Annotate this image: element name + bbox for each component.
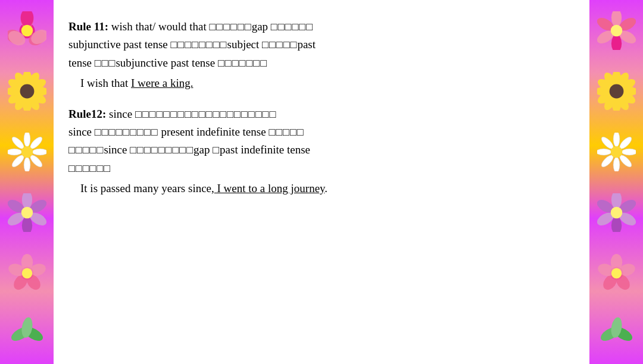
leaf-decoration xyxy=(6,313,48,354)
rule-12-line1: Rule12: since □□□□□□□□□□□□□□□□□□□□ xyxy=(68,105,575,123)
rule-12-gap-prefix: □□□□□ xyxy=(68,144,104,156)
svg-point-89 xyxy=(611,268,621,278)
flower-decoration-2 xyxy=(6,70,48,112)
rule-11-block: Rule 11: wish that/ would that □□□□□□gap… xyxy=(68,18,575,92)
svg-point-71 xyxy=(613,157,620,171)
rule-11-subject: subject xyxy=(227,38,262,51)
flower-decoration-5 xyxy=(6,252,48,294)
svg-point-21 xyxy=(24,133,30,147)
flower-decoration xyxy=(6,10,48,51)
svg-point-50 xyxy=(611,34,621,50)
rule-11-gap4: □□□□□ xyxy=(262,39,297,51)
main-content: Rule 11: wish that/ would that □□□□□□gap… xyxy=(57,12,586,352)
rule-12-title: Rule12: xyxy=(68,108,106,120)
right-flower-border xyxy=(589,0,643,364)
rule-11-line1: Rule 11: wish that/ would that □□□□□□gap… xyxy=(68,18,575,36)
svg-point-23 xyxy=(32,149,46,155)
leaf-right xyxy=(595,313,637,354)
flower-right-5 xyxy=(595,252,637,294)
rule-11-past: past xyxy=(297,38,316,51)
rule-11-gap3: □□□□□□□□ xyxy=(171,39,227,51)
rule-12-gap-middle: □□□□□□□□□ xyxy=(130,144,193,156)
rule-12-since3: since xyxy=(104,143,130,156)
svg-point-79 xyxy=(611,216,621,232)
svg-point-67 xyxy=(613,133,620,147)
rule-12-gap-since: □□□□□□□□□ xyxy=(95,126,158,138)
svg-point-47 xyxy=(611,11,621,27)
rule-11-line3: tense □□□subjunctive past tense □□□□□□□ xyxy=(68,54,575,72)
svg-point-29 xyxy=(21,146,33,158)
flower-right-3 xyxy=(595,131,637,172)
flower-decoration-3 xyxy=(6,131,48,172)
svg-point-30 xyxy=(21,193,32,209)
rule-11-tense: tense xyxy=(68,57,95,69)
rule-11-example-text: I wish that xyxy=(80,77,131,89)
svg-point-75 xyxy=(610,146,622,158)
rule-11-title: Rule 11: xyxy=(68,20,108,33)
svg-point-33 xyxy=(21,216,32,232)
rule-11-gap-label: gap xyxy=(252,20,271,33)
rule-11-subj: subjunctive past tense xyxy=(68,38,171,51)
rule-12-gap-present: □□□□□ xyxy=(269,126,304,138)
rule-11-gap6: □□□□□□□ xyxy=(218,57,267,69)
rule-12-since1: since xyxy=(109,108,135,120)
rule-12-small-gap: □ xyxy=(213,144,220,156)
svg-point-76 xyxy=(611,193,621,209)
flower-right-1 xyxy=(595,10,637,51)
rule-12-example-underline: I went to a long journey xyxy=(214,182,325,194)
svg-point-7 xyxy=(21,24,33,36)
rule-11-line2: subjunctive past tense □□□□□□□□subject □… xyxy=(68,36,575,54)
rule-12-present: present indefinite tense xyxy=(158,125,269,138)
flower-right-4 xyxy=(595,192,637,233)
rule-12-line4: □□□□□□ xyxy=(68,159,575,177)
rule-11-text1: wish that/ would that xyxy=(111,20,210,33)
left-flower-border xyxy=(0,0,54,364)
rule-12-block: Rule12: since □□□□□□□□□□□□□□□□□□□□ since… xyxy=(68,105,575,197)
rule-12-gap-line4: □□□□□□ xyxy=(68,162,111,174)
rule-12-past: past indefinite tense xyxy=(220,143,310,156)
rule-12-example-text: It is passed many years since, xyxy=(80,182,214,194)
flower-right-2 xyxy=(595,70,637,112)
rule-11-example-underline: I were a king. xyxy=(131,77,193,89)
svg-point-82 xyxy=(610,206,622,218)
svg-point-66 xyxy=(609,84,623,98)
rule-11-example: I wish that I were a king. xyxy=(80,74,575,92)
rule-12-since2: since xyxy=(68,125,95,138)
svg-point-25 xyxy=(24,157,30,171)
rule-12-gap-long: □□□□□□□□□□□□□□□□□□□□ xyxy=(135,108,276,120)
svg-point-27 xyxy=(8,149,22,155)
rule-11-subj2: subjunctive past tense xyxy=(116,57,218,69)
rule-11-gap2: □□□□□□ xyxy=(271,21,313,33)
svg-point-36 xyxy=(21,206,33,218)
svg-point-53 xyxy=(610,24,622,36)
rule-12-gap-label2: gap xyxy=(193,143,213,156)
rule-12-example-end: . xyxy=(324,182,327,194)
rule-12-example: It is passed many years since, I went to… xyxy=(80,180,575,197)
rule-11-gap1: □□□□□□ xyxy=(209,21,251,33)
svg-point-73 xyxy=(597,149,611,155)
rule-12-line2: since □□□□□□□□□ present indefinite tense… xyxy=(68,123,575,141)
flower-decoration-4 xyxy=(6,192,48,233)
rule-12-line3: □□□□□since □□□□□□□□□gap □past indefinite… xyxy=(68,141,575,159)
svg-point-43 xyxy=(21,268,32,278)
svg-point-20 xyxy=(20,84,34,98)
rule-11-gap5: □□□ xyxy=(95,57,116,69)
svg-point-69 xyxy=(622,149,636,155)
